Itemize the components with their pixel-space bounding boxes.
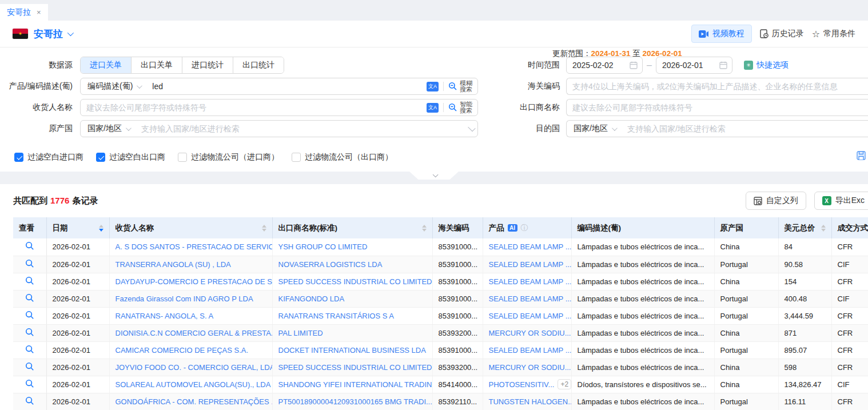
cell-desc: Lâmpadas e tubos eléctricos de inca...	[571, 324, 714, 341]
product-link[interactable]: MERCURY OR SODIU...	[489, 363, 571, 372]
data-source-tab[interactable]: 进口关单	[81, 57, 131, 73]
exporter-link[interactable]: PAL LIMITED	[278, 329, 323, 337]
exporter-link[interactable]: SPEED SUCCESS INDUSTRIAL CO LIMITED	[278, 277, 432, 286]
product-link[interactable]: TUNGSTEN HALOGEN...	[489, 397, 572, 406]
close-icon[interactable]: ×	[37, 9, 41, 16]
export-excel-button[interactable]: X 导出Exc	[814, 192, 868, 210]
col-date: 日期	[46, 217, 109, 238]
fuzzy-search-button[interactable]: 模糊搜索	[448, 80, 472, 93]
view-detail-icon[interactable]	[25, 379, 34, 388]
exporter-link[interactable]: RANATRANS TRANSITÁRIOS S A	[278, 312, 395, 320]
date-to-input[interactable]	[656, 57, 732, 74]
data-source-tab[interactable]: 进口统计	[182, 57, 233, 73]
exporter-link[interactable]: KIFANGONDO LDA	[278, 294, 345, 303]
consignee-link[interactable]: JOYVIO FOOD CO. - COMERCIO GERAL, LDA	[116, 363, 273, 372]
hs-code-input[interactable]	[567, 78, 868, 94]
collapse-panel-handle[interactable]	[409, 172, 459, 180]
checkbox-icon[interactable]	[96, 153, 105, 162]
destination-country-input[interactable]	[622, 121, 868, 137]
filter-checkbox[interactable]: 过滤物流公司（出口商）	[292, 152, 393, 162]
filter-checkbox[interactable]: 过滤空白进口商	[14, 152, 83, 162]
product-link[interactable]: MERCURY OR SODIU...	[489, 329, 571, 337]
video-tutorial-button[interactable]: 视频教程	[691, 25, 752, 43]
cell-origin: China	[714, 359, 778, 376]
consignee-label: 收货人名称	[0, 102, 80, 113]
consignee-link[interactable]: CAMICAR COMERCIO DE PEÇAS S.A.	[116, 346, 249, 355]
date-from-input[interactable]	[566, 57, 643, 74]
checkbox-icon[interactable]	[292, 153, 301, 162]
destination-mode-select[interactable]: 国家/地区	[567, 124, 622, 134]
date-from-value[interactable]	[567, 57, 630, 73]
exporter-link[interactable]: PT50018900004120931000165 BMG TRADI...	[278, 397, 432, 406]
view-detail-icon[interactable]	[25, 259, 34, 268]
consignee-link[interactable]: Fazenda Girassol Com IND AGRO P LDA	[116, 294, 253, 303]
translate-icon[interactable]: 文A	[427, 103, 439, 113]
filter-checkbox[interactable]: 过滤物流公司（进口商）	[178, 152, 279, 162]
consignee-link[interactable]: DIONISIA.C.N COMERCIO GERAL & PRESTA...	[116, 329, 273, 337]
save-condition-button[interactable]	[857, 151, 866, 160]
view-detail-icon[interactable]	[25, 241, 34, 250]
checkbox-icon[interactable]	[14, 153, 23, 162]
cell-consignee: DAYDAYUP-COMERCIO E PRESTACAO DE S...	[109, 273, 272, 290]
history-button[interactable]: 历史记录	[760, 29, 804, 39]
product-link[interactable]: SEALED BEAM LAMP ...	[489, 277, 572, 286]
exporter-link[interactable]: DOCKET INTERNATIONAL BUSINESS LDA	[278, 346, 426, 355]
exporter-link[interactable]: SHANDONG YIFEI INTERNATIONAL TRADIN...	[278, 380, 433, 389]
more-products-badge[interactable]: +2	[558, 379, 571, 389]
star-icon: ☆	[812, 29, 820, 39]
consignee-link[interactable]: SOLAREAL AUTOMOVEL ANGOLA(SU)., LDA	[116, 380, 271, 389]
view-detail-icon[interactable]	[25, 276, 34, 285]
product-search-input[interactable]	[146, 78, 421, 94]
product-link[interactable]: SEALED BEAM LAMP ...	[489, 242, 572, 251]
table-header-row: 查看 日期 收货人名称 出口商名称(标准) 海关编码 产品 AI ⓘ 编码描述(…	[13, 217, 868, 238]
data-source-tab[interactable]: 出口关单	[131, 57, 182, 73]
consignee-link[interactable]: DAYDAYUP-COMERCIO E PRESTACAO DE S...	[116, 277, 273, 286]
product-link[interactable]: SEALED BEAM LAMP ...	[489, 294, 572, 303]
product-link[interactable]: SEALED BEAM LAMP ...	[489, 312, 572, 320]
translate-icon[interactable]: 文A	[427, 82, 439, 91]
customize-columns-button[interactable]: 自定义列	[746, 192, 806, 210]
origin-country-input[interactable]	[136, 121, 468, 137]
consignee-link[interactable]: GONDOÁFRICA - COM. REPRESENTAÇÕES ...	[116, 397, 273, 406]
table-row: 2026-02-01 RANATRANS- ANGOLA, S. A RANAT…	[13, 307, 868, 324]
checkbox-icon[interactable]	[178, 153, 187, 162]
exporter-link[interactable]: YSH GROUP CO LIMITED	[278, 242, 368, 251]
filter-checkbox[interactable]: 过滤空白出口商	[96, 152, 165, 162]
data-source-tab[interactable]: 出口统计	[233, 57, 284, 73]
exporter-input[interactable]	[567, 99, 868, 116]
cell-product: SEALED BEAM LAMP ...	[483, 307, 571, 324]
tab-angola[interactable]: 安哥拉 ×	[0, 4, 48, 21]
exporter-link[interactable]: NOVASERRA LOGISTICS LDA	[278, 260, 383, 269]
product-link[interactable]: PHOTOSENSITIV...	[489, 380, 555, 389]
view-detail-icon[interactable]	[25, 293, 34, 302]
sort-date[interactable]	[99, 225, 103, 232]
view-detail-icon[interactable]	[25, 345, 34, 354]
chevron-down-icon[interactable]	[468, 124, 475, 132]
cell-exporter: DOCKET INTERNATIONAL BUSINESS LDA	[272, 341, 432, 359]
consignee-input[interactable]	[81, 99, 421, 116]
view-detail-icon[interactable]	[25, 396, 34, 405]
consignee-link[interactable]: TRANSERRA ANGOLA (SU) , LDA	[116, 260, 231, 269]
sort-consignee[interactable]	[262, 225, 266, 232]
exporter-link[interactable]: SPEED SUCCESS INDUSTRIAL CO LIMITED	[278, 363, 432, 372]
quick-options-button[interactable]: ✳ 快捷选项	[744, 60, 789, 70]
view-detail-icon[interactable]	[25, 328, 34, 337]
view-detail-icon[interactable]	[25, 311, 34, 320]
product-link[interactable]: SEALED BEAM LAMP ...	[489, 260, 572, 269]
consignee-link[interactable]: RANATRANS- ANGOLA, S. A	[116, 312, 214, 320]
chevron-down-icon[interactable]	[67, 30, 74, 36]
product-link[interactable]: SEALED BEAM LAMP ...	[489, 346, 572, 355]
destination-country-label: 目的国	[503, 124, 566, 134]
sort-price[interactable]	[821, 225, 826, 232]
cell-date: 2026-02-01	[46, 238, 109, 256]
view-detail-icon[interactable]	[25, 362, 34, 371]
favorites-button[interactable]: ☆ 常用条件	[812, 29, 855, 39]
product-mode-select[interactable]: 编码描述(葡)	[81, 81, 146, 91]
date-to-value[interactable]	[656, 57, 719, 73]
update-range: 更新范围：2024-01-31 至 2026-02-01	[552, 49, 682, 59]
origin-mode-select[interactable]: 国家/地区	[81, 124, 136, 134]
info-icon[interactable]: ⓘ	[521, 223, 528, 233]
consignee-link[interactable]: A. S DOS SANTOS - PRESTACAO DE SERVIC...	[116, 242, 273, 251]
smart-search-button[interactable]: 智能搜索	[448, 101, 472, 114]
sort-exporter[interactable]	[422, 225, 427, 232]
